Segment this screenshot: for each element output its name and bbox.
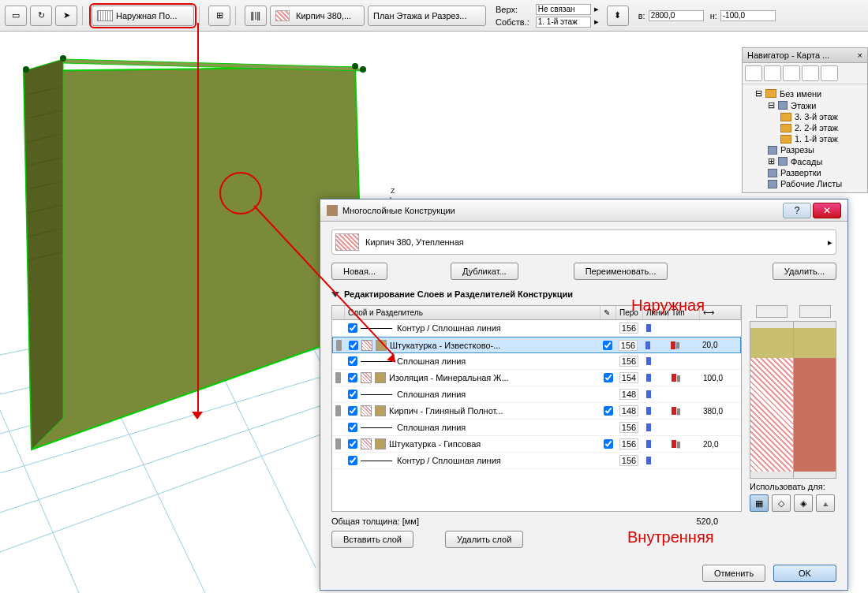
tree-facades[interactable]: ⊞Фасады [746,155,864,167]
layer-row[interactable]: Штукатурка - Гипсовая156 ▮20,0 [332,436,741,453]
own-link-input[interactable] [536,17,591,28]
composite-hatch-icon [335,233,359,251]
layer-row[interactable]: Сплошная линия148 [332,386,741,403]
nav-tab-5[interactable] [821,65,838,81]
duplicate-button[interactable]: Дубликат... [451,263,518,280]
svg-point-21 [23,66,29,73]
insert-layer-button[interactable]: Вставить слой [331,531,413,548]
close-button[interactable]: ✕ [813,203,841,218]
use-slab-icon[interactable]: ◇ [772,494,791,512]
tool-arrow-icon[interactable]: ➤ [55,6,77,26]
use-shell-icon[interactable]: ⟁ [816,494,835,512]
height-icon[interactable]: ⬍ [607,6,629,26]
new-button[interactable]: Новая... [331,263,387,280]
width-input[interactable] [649,10,704,21]
tree-floor-3[interactable]: 3. 3-й этаж [746,111,864,122]
tree-unfolds[interactable]: Развертки [746,167,864,178]
rename-button[interactable]: Переименовать... [574,263,668,280]
outer-surface-button[interactable]: Наружная По... [92,6,194,26]
use-wall-icon[interactable]: ▦ [750,494,769,512]
navigator-tree[interactable]: ⊟Без имени ⊟Этажи 3. 3-й этаж 2. 2-й эта… [743,84,867,192]
svg-point-23 [60,55,66,62]
nav-tab-4[interactable] [802,65,819,81]
triangle-icon[interactable] [331,292,339,297]
navigator-panel: Навигатор - Карта ...× ⊟Без имени ⊟Этажи… [742,47,868,193]
tree-sections[interactable]: Разрезы [746,144,864,155]
tree-worksheets[interactable]: Рабочие Листы [746,178,864,189]
layer-row[interactable]: Сплошная линия156 [332,420,741,436]
layer-row[interactable]: Контур / Сплошная линия156 [332,320,741,337]
floor-plan-button[interactable]: План Этажа и Разрез... [368,6,486,26]
wh-panel: в: н: [638,10,776,21]
dialog-titlebar[interactable]: Многослойные Конструкции ? ✕ [320,200,847,222]
nav-tab-1[interactable] [745,65,762,81]
layer-row[interactable]: Штукатурка - Известково-...156 ▮20,0 [332,337,741,353]
remove-layer-button[interactable]: Удалить слой [445,531,523,548]
svg-point-24 [360,66,366,73]
layer-row[interactable]: Контур / Сплошная линия156 [332,453,741,469]
ok-button[interactable]: OK [773,565,836,582]
tree-floor-2[interactable]: 2. 2-й этаж [746,122,864,133]
layer-row[interactable]: Кирпич - Глиняный Полнот...148 ▮380,0 [332,403,741,420]
top-link-input[interactable] [536,4,591,15]
align-icon[interactable]: ‖|‖ [245,6,267,26]
use-roof-icon[interactable]: ◈ [794,494,813,512]
tree-floor-1[interactable]: 1. 1-й этаж [746,133,864,144]
composite-icon[interactable]: ⊞ [208,6,230,26]
layers-table: Слой и Разделитель ✎ Перо Линии Тип ⟷ Ко… [331,305,742,512]
nav-tab-2[interactable] [764,65,781,81]
svg-text:z: z [391,185,395,195]
tool-select-icon[interactable]: ▭ [5,6,27,26]
composite-preview: Использовать для: ▦ ◇ ◈ ⟁ [750,305,836,512]
composite-name-field[interactable]: Кирпич 380, Утепленная ▸ [331,229,836,255]
total-thickness-value: 520,0 [696,517,718,526]
composite-dialog: Многослойные Конструкции ? ✕ Кирпич 380,… [320,199,848,591]
svg-marker-10 [24,67,363,449]
top-toolbar: ▭ ↻ ➤ Наружная По... ⊞ ‖|‖ Кирпич 380,..… [0,0,868,32]
tool-refresh-icon[interactable]: ↻ [30,6,52,26]
cancel-button[interactable]: Отменить [702,565,765,582]
close-icon[interactable]: × [858,50,862,60]
svg-point-22 [352,63,358,69]
brick-380-button[interactable]: Кирпич 380,... [270,6,365,26]
navigator-title: Навигатор - Карта ...× [743,48,867,63]
total-thickness-label: Общая толщина: [мм] [331,517,419,526]
dimension-panel: Верх: ▸ Собств.: ▸ [496,4,599,28]
help-icon[interactable]: ? [783,203,811,218]
delete-button[interactable]: Удалить... [773,263,836,280]
height-input[interactable] [720,10,776,21]
nav-tab-3[interactable] [783,65,800,81]
layer-row[interactable]: Изоляция - Минеральная Ж...154 ▮100,0 [332,370,741,386]
